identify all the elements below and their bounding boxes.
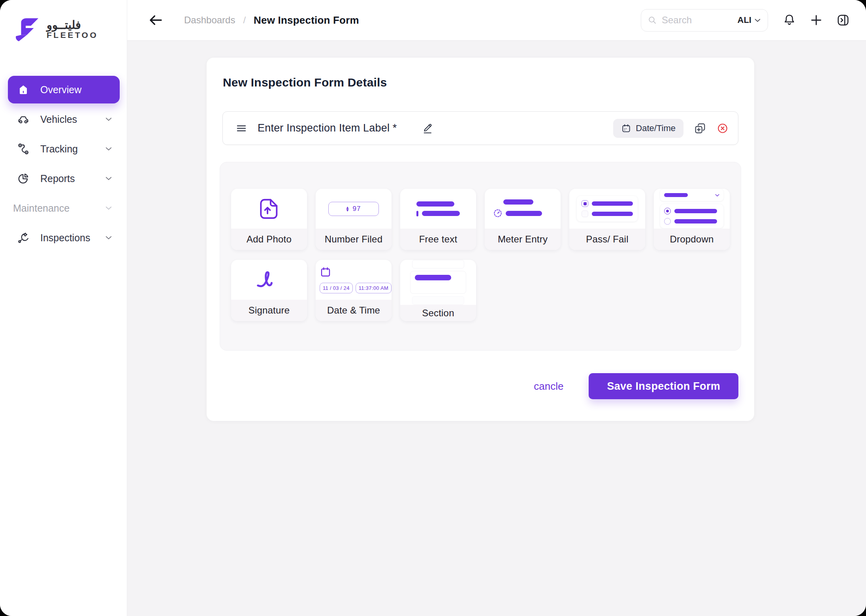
form-actions: cancle Save Inspection Form [220,373,741,399]
car-icon [17,113,30,126]
tile-label: Pass/ Fail [569,229,645,250]
card-title: New Inspection Form Details [223,76,741,89]
chevron-down-icon [105,206,112,210]
sidebar-item-tracking[interactable]: Tracking [8,135,120,163]
tile-add-photo[interactable]: Add Photo [231,189,307,250]
sidebar-item-label: Tracking [40,143,105,155]
time-pill: 11:37:00 AM [356,283,392,293]
remove-icon[interactable] [717,122,729,134]
cancel-link[interactable]: cancle [534,380,563,393]
sidebar-item-label: Overview [40,84,112,96]
sidebar-item-label: Reports [40,173,105,184]
sidebar-item-label: Vehicles [40,114,105,125]
tile-signature[interactable]: Signature [231,260,307,321]
chevron-down-icon [105,236,112,240]
free-text-icon [416,201,460,216]
fleetoo-logo-icon [13,17,41,42]
sidebar-item-label: Maintenance [13,203,105,214]
chevron-down-icon [105,177,112,180]
pass-fail-icon [577,196,638,222]
inspection-form-card: New Inspection Form Details Enter Inspec… [207,58,754,421]
tile-label: Number Filed [316,229,392,250]
logo-latin: FLEETOO [47,31,98,39]
tile-pass-fail[interactable]: Pass/ Fail [569,189,645,250]
search-input[interactable] [662,15,738,26]
tile-label: Meter Entry [485,229,561,250]
meter-entry-icon [503,199,542,218]
logo-arabic: فليتــوو [47,19,98,31]
number-value: 97 [353,205,361,213]
logout-panel-icon[interactable] [836,13,850,27]
sidebar-item-inspections[interactable]: Inspections [8,224,120,252]
sidebar-nav: Overview Vehicles [0,76,127,252]
search-scope-dropdown[interactable]: ALI [738,15,761,25]
field-type-panel: Add Photo ▴▾ 97 Number Filed [220,162,741,351]
tile-date-time[interactable]: 11 / 03 / 24 11:37:00 AM Date & Time [316,260,392,321]
tile-dropdown[interactable]: Dropdown [654,189,730,250]
breadcrumb-separator: / [243,15,246,26]
number-stepper-icon: ▴▾ 97 [328,202,379,216]
tile-label: Signature [231,300,307,321]
sidebar-item-maintenance[interactable]: Maintenance [8,194,120,222]
content-area: New Inspection Form Details Enter Inspec… [127,41,866,616]
breadcrumb-dashboards[interactable]: Dashboards [184,15,235,26]
notifications-bell-icon[interactable] [782,13,796,27]
drag-handle-icon[interactable] [235,122,247,134]
duplicate-icon[interactable] [694,122,706,135]
tile-label: Date & Time [316,300,392,321]
field-type-chip[interactable]: Date/Time [613,119,683,138]
tile-free-text[interactable]: Free text [400,189,476,250]
main-area: Dashboards / New Inspection Form ALI [127,0,866,616]
tile-section[interactable]: Section [400,260,476,321]
upload-photo-icon [257,197,281,221]
breadcrumb: Dashboards / New Inspection Form [184,14,359,26]
inspection-item-row: Enter Inspection Item Label * [222,111,738,145]
tile-label: Dropdown [654,229,730,250]
sidebar: فليتــوو FLEETOO Overview [0,0,127,616]
add-icon[interactable] [809,13,823,27]
back-button[interactable] [147,11,164,29]
calendar-icon [621,123,631,133]
page-title: New Inspection Form [254,14,359,26]
pie-chart-icon [17,172,30,185]
date-pill: 11 / 03 / 24 [320,283,353,293]
signature-icon [255,270,283,290]
logo: فليتــوو FLEETOO [13,15,127,43]
search-box: ALI [641,9,768,32]
chevron-down-icon [105,117,112,121]
search-scope-label: ALI [738,15,751,25]
search-icon [648,15,657,25]
dropdown-icon [660,189,723,228]
chevron-down-icon [105,147,112,151]
item-label-text[interactable]: Enter Inspection Item Label * [258,122,397,134]
chevron-down-icon [755,19,761,22]
sidebar-item-vehicles[interactable]: Vehicles [8,105,120,133]
wrench-icon [17,231,30,244]
home-icon [17,83,30,96]
field-type-grid: Add Photo ▴▾ 97 Number Filed [231,189,730,321]
tile-label: Section [400,305,476,321]
app-window: فليتــوو FLEETOO Overview [0,0,866,616]
sidebar-item-overview[interactable]: Overview [8,76,120,103]
edit-pencil-icon[interactable] [422,122,434,135]
save-inspection-form-button[interactable]: Save Inspection Form [589,373,738,399]
tile-meter-entry[interactable]: Meter Entry [485,189,561,250]
field-type-label: Date/Time [636,123,676,133]
sidebar-item-label: Inspections [40,232,105,244]
tile-label: Free text [400,229,476,250]
tile-number-field[interactable]: ▴▾ 97 Number Filed [316,189,392,250]
tile-label: Add Photo [231,229,307,250]
route-icon [17,142,30,156]
section-icon [410,260,466,305]
date-time-icon: 11 / 03 / 24 11:37:00 AM [316,266,392,293]
sidebar-item-reports[interactable]: Reports [8,165,120,192]
top-bar: Dashboards / New Inspection Form ALI [127,0,866,41]
